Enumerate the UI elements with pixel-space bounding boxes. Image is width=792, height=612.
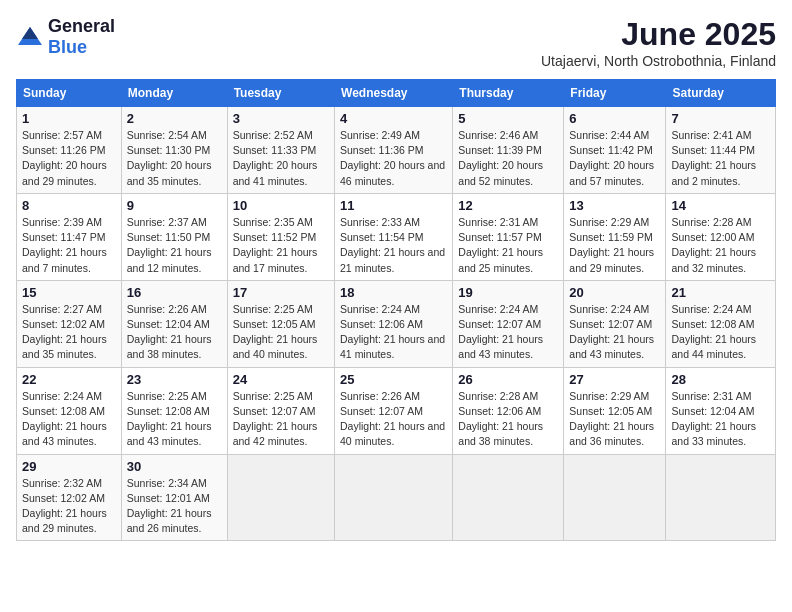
- day-cell: 16Sunrise: 2:26 AMSunset: 12:04 AMDaylig…: [121, 280, 227, 367]
- day-number: 9: [127, 198, 222, 213]
- day-cell: [335, 454, 453, 541]
- day-number: 13: [569, 198, 660, 213]
- day-info: Sunrise: 2:25 AMSunset: 12:05 AMDaylight…: [233, 302, 329, 363]
- day-info: Sunrise: 2:29 AMSunset: 11:59 PMDaylight…: [569, 215, 660, 276]
- day-info: Sunrise: 2:24 AMSunset: 12:08 AMDaylight…: [22, 389, 116, 450]
- day-number: 23: [127, 372, 222, 387]
- day-info: Sunrise: 2:46 AMSunset: 11:39 PMDaylight…: [458, 128, 558, 189]
- day-cell: 3Sunrise: 2:52 AMSunset: 11:33 PMDayligh…: [227, 107, 334, 194]
- day-number: 11: [340, 198, 447, 213]
- day-cell: 13Sunrise: 2:29 AMSunset: 11:59 PMDaylig…: [564, 193, 666, 280]
- week-row-1: 1Sunrise: 2:57 AMSunset: 11:26 PMDayligh…: [17, 107, 776, 194]
- day-number: 15: [22, 285, 116, 300]
- day-info: Sunrise: 2:31 AMSunset: 12:04 AMDaylight…: [671, 389, 770, 450]
- day-cell: 9Sunrise: 2:37 AMSunset: 11:50 PMDayligh…: [121, 193, 227, 280]
- day-number: 10: [233, 198, 329, 213]
- day-cell: 20Sunrise: 2:24 AMSunset: 12:07 AMDaylig…: [564, 280, 666, 367]
- title-area: June 2025 Utajaervi, North Ostrobothnia,…: [541, 16, 776, 69]
- day-number: 29: [22, 459, 116, 474]
- day-number: 8: [22, 198, 116, 213]
- day-number: 21: [671, 285, 770, 300]
- day-info: Sunrise: 2:24 AMSunset: 12:07 AMDaylight…: [569, 302, 660, 363]
- subtitle: Utajaervi, North Ostrobothnia, Finland: [541, 53, 776, 69]
- day-info: Sunrise: 2:26 AMSunset: 12:07 AMDaylight…: [340, 389, 447, 450]
- logo-general: General: [48, 16, 115, 36]
- header: General Blue June 2025 Utajaervi, North …: [16, 16, 776, 69]
- day-info: Sunrise: 2:44 AMSunset: 11:42 PMDaylight…: [569, 128, 660, 189]
- col-header-sunday: Sunday: [17, 80, 122, 107]
- day-cell: 6Sunrise: 2:44 AMSunset: 11:42 PMDayligh…: [564, 107, 666, 194]
- day-number: 25: [340, 372, 447, 387]
- col-header-friday: Friday: [564, 80, 666, 107]
- day-info: Sunrise: 2:28 AMSunset: 12:00 AMDaylight…: [671, 215, 770, 276]
- day-cell: 4Sunrise: 2:49 AMSunset: 11:36 PMDayligh…: [335, 107, 453, 194]
- day-info: Sunrise: 2:25 AMSunset: 12:08 AMDaylight…: [127, 389, 222, 450]
- col-header-monday: Monday: [121, 80, 227, 107]
- day-cell: 1Sunrise: 2:57 AMSunset: 11:26 PMDayligh…: [17, 107, 122, 194]
- day-info: Sunrise: 2:27 AMSunset: 12:02 AMDaylight…: [22, 302, 116, 363]
- day-number: 22: [22, 372, 116, 387]
- day-cell: 24Sunrise: 2:25 AMSunset: 12:07 AMDaylig…: [227, 367, 334, 454]
- day-info: Sunrise: 2:24 AMSunset: 12:06 AMDaylight…: [340, 302, 447, 363]
- day-number: 14: [671, 198, 770, 213]
- day-number: 6: [569, 111, 660, 126]
- day-info: Sunrise: 2:24 AMSunset: 12:07 AMDaylight…: [458, 302, 558, 363]
- header-row: SundayMondayTuesdayWednesdayThursdayFrid…: [17, 80, 776, 107]
- day-number: 7: [671, 111, 770, 126]
- week-row-5: 29Sunrise: 2:32 AMSunset: 12:02 AMDaylig…: [17, 454, 776, 541]
- day-cell: 22Sunrise: 2:24 AMSunset: 12:08 AMDaylig…: [17, 367, 122, 454]
- day-info: Sunrise: 2:35 AMSunset: 11:52 PMDaylight…: [233, 215, 329, 276]
- day-info: Sunrise: 2:29 AMSunset: 12:05 AMDaylight…: [569, 389, 660, 450]
- day-info: Sunrise: 2:39 AMSunset: 11:47 PMDaylight…: [22, 215, 116, 276]
- day-info: Sunrise: 2:41 AMSunset: 11:44 PMDaylight…: [671, 128, 770, 189]
- day-info: Sunrise: 2:52 AMSunset: 11:33 PMDaylight…: [233, 128, 329, 189]
- day-cell: [666, 454, 776, 541]
- day-cell: [564, 454, 666, 541]
- day-info: Sunrise: 2:28 AMSunset: 12:06 AMDaylight…: [458, 389, 558, 450]
- day-cell: 23Sunrise: 2:25 AMSunset: 12:08 AMDaylig…: [121, 367, 227, 454]
- day-info: Sunrise: 2:57 AMSunset: 11:26 PMDaylight…: [22, 128, 116, 189]
- day-number: 17: [233, 285, 329, 300]
- day-cell: 29Sunrise: 2:32 AMSunset: 12:02 AMDaylig…: [17, 454, 122, 541]
- day-info: Sunrise: 2:26 AMSunset: 12:04 AMDaylight…: [127, 302, 222, 363]
- col-header-thursday: Thursday: [453, 80, 564, 107]
- day-cell: 27Sunrise: 2:29 AMSunset: 12:05 AMDaylig…: [564, 367, 666, 454]
- day-number: 20: [569, 285, 660, 300]
- day-cell: 17Sunrise: 2:25 AMSunset: 12:05 AMDaylig…: [227, 280, 334, 367]
- day-cell: 2Sunrise: 2:54 AMSunset: 11:30 PMDayligh…: [121, 107, 227, 194]
- day-cell: 28Sunrise: 2:31 AMSunset: 12:04 AMDaylig…: [666, 367, 776, 454]
- main-title: June 2025: [541, 16, 776, 53]
- day-number: 27: [569, 372, 660, 387]
- day-cell: 30Sunrise: 2:34 AMSunset: 12:01 AMDaylig…: [121, 454, 227, 541]
- day-cell: 26Sunrise: 2:28 AMSunset: 12:06 AMDaylig…: [453, 367, 564, 454]
- day-cell: 25Sunrise: 2:26 AMSunset: 12:07 AMDaylig…: [335, 367, 453, 454]
- day-cell: 10Sunrise: 2:35 AMSunset: 11:52 PMDaylig…: [227, 193, 334, 280]
- day-number: 18: [340, 285, 447, 300]
- day-info: Sunrise: 2:32 AMSunset: 12:02 AMDaylight…: [22, 476, 116, 537]
- day-cell: [453, 454, 564, 541]
- day-number: 5: [458, 111, 558, 126]
- day-number: 28: [671, 372, 770, 387]
- day-number: 2: [127, 111, 222, 126]
- day-info: Sunrise: 2:33 AMSunset: 11:54 PMDaylight…: [340, 215, 447, 276]
- day-cell: 11Sunrise: 2:33 AMSunset: 11:54 PMDaylig…: [335, 193, 453, 280]
- day-info: Sunrise: 2:25 AMSunset: 12:07 AMDaylight…: [233, 389, 329, 450]
- day-cell: 12Sunrise: 2:31 AMSunset: 11:57 PMDaylig…: [453, 193, 564, 280]
- day-number: 24: [233, 372, 329, 387]
- day-info: Sunrise: 2:24 AMSunset: 12:08 AMDaylight…: [671, 302, 770, 363]
- day-cell: 14Sunrise: 2:28 AMSunset: 12:00 AMDaylig…: [666, 193, 776, 280]
- day-cell: 19Sunrise: 2:24 AMSunset: 12:07 AMDaylig…: [453, 280, 564, 367]
- day-cell: 15Sunrise: 2:27 AMSunset: 12:02 AMDaylig…: [17, 280, 122, 367]
- week-row-3: 15Sunrise: 2:27 AMSunset: 12:02 AMDaylig…: [17, 280, 776, 367]
- day-number: 3: [233, 111, 329, 126]
- col-header-tuesday: Tuesday: [227, 80, 334, 107]
- day-cell: 18Sunrise: 2:24 AMSunset: 12:06 AMDaylig…: [335, 280, 453, 367]
- day-cell: 21Sunrise: 2:24 AMSunset: 12:08 AMDaylig…: [666, 280, 776, 367]
- day-cell: [227, 454, 334, 541]
- day-info: Sunrise: 2:54 AMSunset: 11:30 PMDaylight…: [127, 128, 222, 189]
- day-info: Sunrise: 2:49 AMSunset: 11:36 PMDaylight…: [340, 128, 447, 189]
- day-number: 4: [340, 111, 447, 126]
- col-header-wednesday: Wednesday: [335, 80, 453, 107]
- week-row-2: 8Sunrise: 2:39 AMSunset: 11:47 PMDayligh…: [17, 193, 776, 280]
- calendar-table: SundayMondayTuesdayWednesdayThursdayFrid…: [16, 79, 776, 541]
